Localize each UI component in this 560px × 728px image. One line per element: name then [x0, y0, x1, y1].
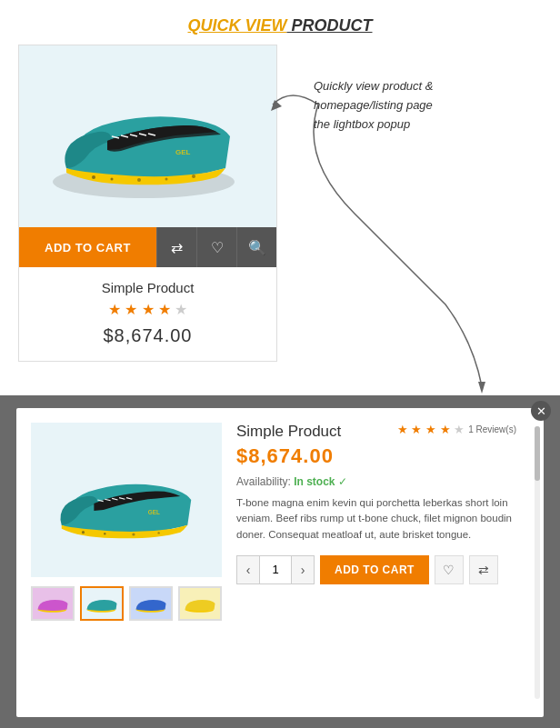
- add-to-cart-button[interactable]: ADD TO CART: [19, 227, 156, 267]
- modal-content: GEL: [31, 423, 529, 621]
- modal-actions: ‹ › ADD TO CART ♡ ⇄: [236, 555, 529, 584]
- svg-point-1: [92, 175, 95, 179]
- svg-text:GEL: GEL: [175, 148, 191, 156]
- scrollbar-thumb[interactable]: [535, 426, 540, 481]
- product-name: Simple Product: [28, 280, 267, 295]
- star-1: ★: [108, 302, 121, 317]
- modal-price: $8,674.00: [236, 444, 529, 468]
- svg-point-10: [104, 533, 105, 534]
- wishlist-icon: ♡: [443, 563, 455, 577]
- modal-left: GEL: [31, 423, 222, 621]
- product-actions-bar: ADD TO CART ⇄ ♡ 🔍: [19, 227, 276, 267]
- product-price: $8,674.00: [28, 325, 267, 346]
- availability: Availability: In stock ✓: [236, 475, 529, 488]
- svg-point-4: [165, 178, 167, 181]
- star-rating: ★ ★ ★ ★ ★: [28, 301, 267, 318]
- svg-text:GEL: GEL: [148, 509, 160, 515]
- modal-compare-button[interactable]: ⇄: [469, 555, 498, 584]
- availability-status: In stock: [294, 475, 335, 488]
- modal-right: Simple Product $8,674.00 Availability: I…: [236, 423, 529, 621]
- star-5: ★: [175, 302, 187, 317]
- modal-star-2: ★: [411, 423, 422, 436]
- svg-marker-7: [478, 382, 485, 394]
- star-4: ★: [158, 302, 171, 317]
- thumbnail-4[interactable]: [178, 586, 222, 621]
- lightbox-overlay: ✕ ★ ★ ★ ★ ★ 1 Review(s): [0, 395, 560, 728]
- page-title-area: QUICK VIEW PRODUCT: [0, 0, 560, 45]
- svg-marker-8: [271, 100, 282, 111]
- product-card: GEL ADD TO CART ⇄ ♡ 🔍 Simple Product ★ ★…: [18, 45, 277, 362]
- modal-wishlist-button[interactable]: ♡: [435, 555, 464, 584]
- modal-add-to-cart-button[interactable]: ADD TO CART: [320, 555, 429, 584]
- thumbnail-1[interactable]: [31, 586, 75, 621]
- modal-star-1: ★: [397, 423, 408, 436]
- star-2: ★: [125, 302, 137, 317]
- close-icon: ✕: [536, 404, 546, 418]
- modal-star-5: ★: [454, 423, 465, 436]
- compare-icon: ⇄: [171, 239, 183, 256]
- thumbnail-2[interactable]: [80, 586, 124, 621]
- availability-label: Availability:: [236, 475, 291, 488]
- quantity-control: ‹ ›: [236, 555, 315, 584]
- availability-check: ✓: [338, 475, 347, 488]
- title-product: PRODUCT: [287, 16, 373, 35]
- modal-star-rating: ★ ★ ★ ★ ★ 1 Review(s): [397, 423, 516, 436]
- star-3: ★: [142, 302, 155, 317]
- lightbox-modal: ✕ ★ ★ ★ ★ ★ 1 Review(s): [16, 408, 544, 717]
- close-button[interactable]: ✕: [531, 401, 551, 421]
- svg-point-5: [192, 175, 195, 178]
- modal-star-4: ★: [440, 423, 451, 436]
- product-info: Simple Product ★ ★ ★ ★ ★ $8,674.00: [19, 267, 276, 361]
- compare-icon: ⇄: [478, 563, 489, 577]
- qty-decrement-button[interactable]: ‹: [237, 556, 259, 583]
- svg-point-3: [137, 178, 141, 182]
- wishlist-icon: ♡: [211, 239, 224, 256]
- wishlist-button[interactable]: ♡: [196, 227, 236, 267]
- svg-point-11: [132, 533, 135, 535]
- modal-product-image: GEL: [40, 441, 213, 559]
- thumbnail-3[interactable]: [129, 586, 173, 621]
- compare-button[interactable]: ⇄: [156, 227, 196, 267]
- product-image-area: GEL: [19, 45, 276, 227]
- svg-point-12: [157, 532, 159, 534]
- product-image: GEL: [39, 64, 257, 209]
- modal-thumbnails: [31, 586, 222, 621]
- modal-main-image: GEL: [31, 423, 222, 577]
- svg-point-2: [110, 178, 113, 181]
- modal-star-3: ★: [425, 423, 436, 436]
- scrollbar-track: [535, 426, 540, 699]
- annotation-text: Quickly view product &homepage/listing p…: [314, 77, 434, 134]
- title-quick: QUICK VIEW: [187, 16, 286, 35]
- qty-input[interactable]: [259, 556, 292, 583]
- annotation-area: Quickly view product &homepage/listing p…: [264, 50, 545, 435]
- qty-increment-button[interactable]: ›: [292, 556, 314, 583]
- review-count: 1 Review(s): [468, 424, 516, 434]
- product-description: T-bone magna enim kevin qui porchetta le…: [236, 495, 529, 543]
- svg-point-9: [82, 531, 85, 534]
